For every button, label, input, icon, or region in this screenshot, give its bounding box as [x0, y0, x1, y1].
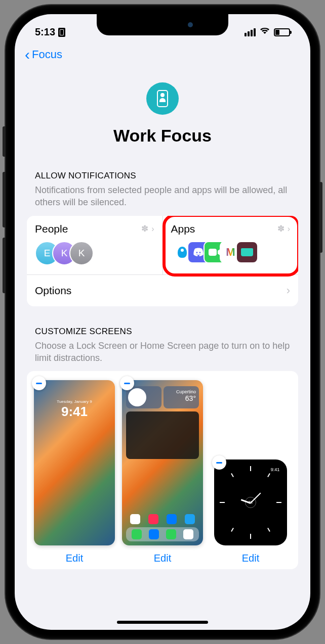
section-header: CUSTOMIZE SCREENS [27, 327, 298, 337]
portrait-lock-icon [58, 28, 65, 37]
phone-frame: 5:13 ‹ Focus Work Focu [6, 5, 319, 639]
chevron-right-icon: › [288, 224, 290, 234]
notifications-card: People ✽ › E K K [27, 216, 298, 306]
clock-widget-icon [126, 386, 161, 408]
home-screen-preview: Cupertino 63° [122, 380, 203, 545]
work-focus-icon [146, 82, 179, 115]
options-label: Options [35, 285, 71, 297]
watch-preview: 72 [214, 459, 287, 545]
home-screen-item[interactable]: Cupertino 63° [122, 380, 203, 564]
nav-bar: ‹ Focus [15, 42, 310, 72]
notch [97, 14, 228, 35]
news-widget-icon [126, 411, 199, 459]
remove-button[interactable] [32, 376, 46, 390]
app-icons: M [171, 241, 291, 263]
lock-clock: 9:41 [34, 404, 115, 420]
chevron-right-icon: › [151, 224, 154, 234]
section-header: ALLOW NOTIFICATIONS [27, 171, 298, 181]
verified-icon: ✽ [277, 223, 285, 234]
avatar: K [69, 241, 94, 265]
people-label: People [35, 223, 68, 235]
libby-app-icon [236, 241, 258, 263]
page-title: Work Focus [15, 126, 310, 146]
chevron-left-icon: ‹ [25, 47, 30, 62]
lock-date: Tuesday, January 9 [34, 399, 115, 404]
cellular-signal-icon [245, 28, 256, 36]
apps-cell[interactable]: Apps ✽ › [163, 216, 299, 274]
lock-screen-item[interactable]: Tuesday, January 9 9:41 Edit [34, 380, 115, 564]
edit-button[interactable]: Edit [34, 553, 115, 564]
back-button[interactable]: ‹ Focus [25, 47, 62, 62]
home-indicator[interactable] [117, 621, 208, 624]
allow-notifications-section: ALLOW NOTIFICATIONS Notifications from s… [15, 171, 310, 306]
apps-label: Apps [171, 223, 195, 235]
weather-widget-icon: Cupertino 63° [164, 386, 199, 408]
wifi-icon [260, 27, 270, 37]
options-row[interactable]: Options › [27, 274, 298, 306]
verified-icon: ✽ [141, 223, 148, 234]
edit-button[interactable]: Edit [122, 553, 203, 564]
focus-header: Work Focus [15, 72, 310, 171]
svg-rect-0 [209, 249, 217, 256]
back-label: Focus [32, 48, 62, 61]
people-avatars: E K K [35, 241, 154, 265]
power-button [319, 182, 322, 253]
lock-screen-preview: Tuesday, January 9 9:41 [34, 380, 115, 545]
remove-button[interactable] [120, 376, 134, 390]
status-time: 5:13 [35, 26, 55, 38]
chevron-right-icon: › [287, 284, 290, 297]
edit-button[interactable]: Edit [210, 553, 291, 564]
section-description: Notifications from selected people and a… [27, 184, 298, 209]
people-cell[interactable]: People ✽ › E K K [27, 216, 163, 274]
section-description: Choose a Lock Screen or Home Screen page… [27, 340, 298, 364]
battery-icon [274, 28, 290, 36]
watch-face-item[interactable]: 72 Edit [210, 459, 291, 564]
customize-screens-section: CUSTOMIZE SCREENS Choose a Lock Screen o… [15, 327, 310, 569]
screens-card: Tuesday, January 9 9:41 Edit Cupe [27, 371, 298, 569]
screen: 5:13 ‹ Focus Work Focu [15, 14, 310, 630]
